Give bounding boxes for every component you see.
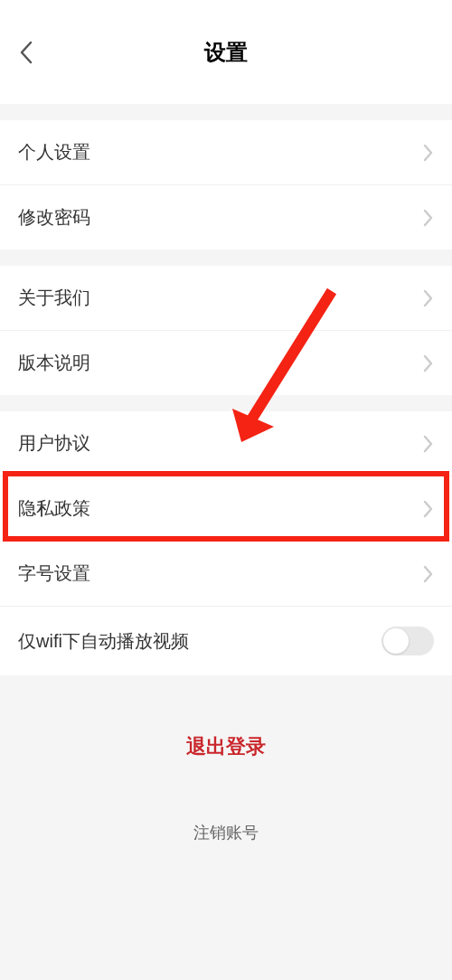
logout-button[interactable]: 退出登录	[0, 721, 452, 773]
item-privacy-policy-label: 隐私政策	[18, 496, 423, 521]
item-profile[interactable]: 个人设置	[0, 120, 452, 185]
chevron-right-icon	[423, 143, 434, 163]
chevron-right-icon	[423, 353, 434, 373]
item-version-label: 版本说明	[18, 351, 423, 375]
settings-group-3: 用户协议 隐私政策 字号设置 仅wifi下自动播放视频	[0, 411, 452, 675]
item-about-label: 关于我们	[18, 286, 423, 310]
chevron-right-icon	[423, 434, 434, 454]
settings-group-2: 关于我们 版本说明	[0, 266, 452, 395]
header: 设置	[0, 0, 452, 104]
deactivate-account-button[interactable]: 注销账号	[0, 809, 452, 856]
toggle-knob	[383, 628, 409, 654]
item-password[interactable]: 修改密码	[0, 185, 452, 250]
item-about[interactable]: 关于我们	[0, 266, 452, 331]
page-title: 设置	[204, 38, 248, 67]
settings-group-1: 个人设置 修改密码	[0, 120, 452, 250]
chevron-right-icon	[423, 499, 434, 519]
item-wifi-autoplay[interactable]: 仅wifi下自动播放视频	[0, 607, 452, 675]
item-version[interactable]: 版本说明	[0, 331, 452, 395]
chevron-right-icon	[423, 288, 434, 308]
item-font-size-label: 字号设置	[18, 561, 423, 586]
item-user-agreement[interactable]: 用户协议	[0, 411, 452, 476]
chevron-left-icon	[18, 37, 36, 68]
back-button[interactable]	[18, 37, 36, 68]
chevron-right-icon	[423, 564, 434, 584]
item-wifi-autoplay-label: 仅wifi下自动播放视频	[18, 629, 381, 654]
item-font-size[interactable]: 字号设置	[0, 542, 452, 607]
item-password-label: 修改密码	[18, 205, 423, 230]
item-privacy-policy[interactable]: 隐私政策	[0, 476, 452, 542]
item-profile-label: 个人设置	[18, 140, 423, 165]
item-user-agreement-label: 用户协议	[18, 431, 423, 456]
wifi-autoplay-toggle[interactable]	[381, 627, 434, 655]
chevron-right-icon	[423, 208, 434, 228]
